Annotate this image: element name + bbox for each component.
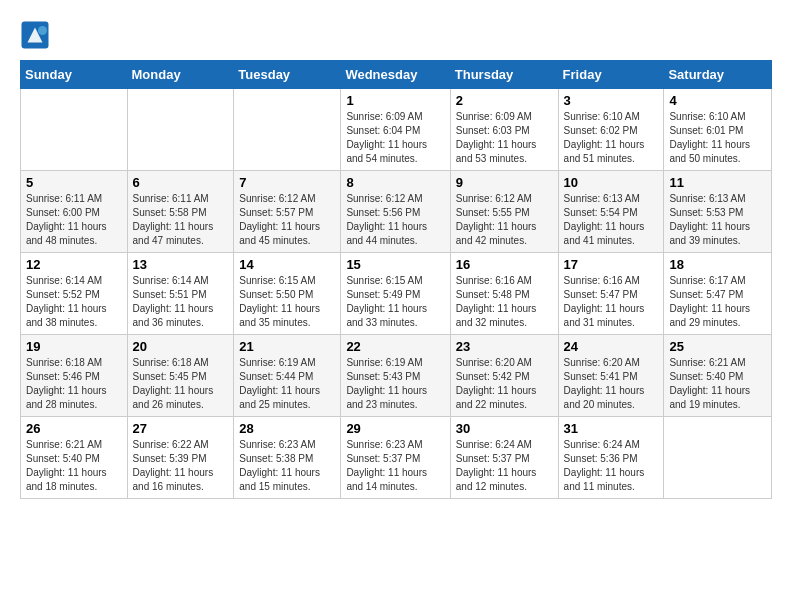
day-number: 28: [239, 421, 335, 436]
day-cell: 4Sunrise: 6:10 AM Sunset: 6:01 PM Daylig…: [664, 89, 772, 171]
day-cell: 27Sunrise: 6:22 AM Sunset: 5:39 PM Dayli…: [127, 417, 234, 499]
day-info: Sunrise: 6:20 AM Sunset: 5:41 PM Dayligh…: [564, 356, 659, 412]
day-info: Sunrise: 6:15 AM Sunset: 5:49 PM Dayligh…: [346, 274, 444, 330]
day-number: 16: [456, 257, 553, 272]
calendar-table: SundayMondayTuesdayWednesdayThursdayFrid…: [20, 60, 772, 499]
day-number: 19: [26, 339, 122, 354]
day-number: 11: [669, 175, 766, 190]
day-number: 4: [669, 93, 766, 108]
day-cell: 22Sunrise: 6:19 AM Sunset: 5:43 PM Dayli…: [341, 335, 450, 417]
day-info: Sunrise: 6:10 AM Sunset: 6:01 PM Dayligh…: [669, 110, 766, 166]
day-cell: 24Sunrise: 6:20 AM Sunset: 5:41 PM Dayli…: [558, 335, 664, 417]
day-cell: 15Sunrise: 6:15 AM Sunset: 5:49 PM Dayli…: [341, 253, 450, 335]
day-number: 10: [564, 175, 659, 190]
day-number: 2: [456, 93, 553, 108]
calendar-body: 1Sunrise: 6:09 AM Sunset: 6:04 PM Daylig…: [21, 89, 772, 499]
header-cell-monday: Monday: [127, 61, 234, 89]
day-number: 30: [456, 421, 553, 436]
day-number: 29: [346, 421, 444, 436]
calendar-header: SundayMondayTuesdayWednesdayThursdayFrid…: [21, 61, 772, 89]
day-number: 5: [26, 175, 122, 190]
day-info: Sunrise: 6:20 AM Sunset: 5:42 PM Dayligh…: [456, 356, 553, 412]
day-cell: [127, 89, 234, 171]
day-info: Sunrise: 6:23 AM Sunset: 5:37 PM Dayligh…: [346, 438, 444, 494]
day-info: Sunrise: 6:21 AM Sunset: 5:40 PM Dayligh…: [26, 438, 122, 494]
day-number: 1: [346, 93, 444, 108]
day-number: 14: [239, 257, 335, 272]
header-cell-tuesday: Tuesday: [234, 61, 341, 89]
day-cell: 7Sunrise: 6:12 AM Sunset: 5:57 PM Daylig…: [234, 171, 341, 253]
day-cell: [21, 89, 128, 171]
day-cell: 19Sunrise: 6:18 AM Sunset: 5:46 PM Dayli…: [21, 335, 128, 417]
day-cell: [234, 89, 341, 171]
header-cell-wednesday: Wednesday: [341, 61, 450, 89]
week-row-2: 5Sunrise: 6:11 AM Sunset: 6:00 PM Daylig…: [21, 171, 772, 253]
day-info: Sunrise: 6:13 AM Sunset: 5:54 PM Dayligh…: [564, 192, 659, 248]
day-number: 8: [346, 175, 444, 190]
day-info: Sunrise: 6:17 AM Sunset: 5:47 PM Dayligh…: [669, 274, 766, 330]
day-info: Sunrise: 6:11 AM Sunset: 6:00 PM Dayligh…: [26, 192, 122, 248]
day-cell: 16Sunrise: 6:16 AM Sunset: 5:48 PM Dayli…: [450, 253, 558, 335]
day-cell: 21Sunrise: 6:19 AM Sunset: 5:44 PM Dayli…: [234, 335, 341, 417]
day-cell: 18Sunrise: 6:17 AM Sunset: 5:47 PM Dayli…: [664, 253, 772, 335]
day-info: Sunrise: 6:12 AM Sunset: 5:56 PM Dayligh…: [346, 192, 444, 248]
week-row-3: 12Sunrise: 6:14 AM Sunset: 5:52 PM Dayli…: [21, 253, 772, 335]
day-number: 12: [26, 257, 122, 272]
day-number: 18: [669, 257, 766, 272]
week-row-1: 1Sunrise: 6:09 AM Sunset: 6:04 PM Daylig…: [21, 89, 772, 171]
svg-point-2: [38, 26, 47, 35]
day-info: Sunrise: 6:12 AM Sunset: 5:55 PM Dayligh…: [456, 192, 553, 248]
day-info: Sunrise: 6:24 AM Sunset: 5:37 PM Dayligh…: [456, 438, 553, 494]
header-cell-friday: Friday: [558, 61, 664, 89]
day-info: Sunrise: 6:21 AM Sunset: 5:40 PM Dayligh…: [669, 356, 766, 412]
day-cell: 26Sunrise: 6:21 AM Sunset: 5:40 PM Dayli…: [21, 417, 128, 499]
day-info: Sunrise: 6:09 AM Sunset: 6:04 PM Dayligh…: [346, 110, 444, 166]
logo: [20, 20, 52, 50]
day-number: 6: [133, 175, 229, 190]
day-number: 17: [564, 257, 659, 272]
day-cell: 17Sunrise: 6:16 AM Sunset: 5:47 PM Dayli…: [558, 253, 664, 335]
day-info: Sunrise: 6:16 AM Sunset: 5:47 PM Dayligh…: [564, 274, 659, 330]
day-number: 31: [564, 421, 659, 436]
header-row: SundayMondayTuesdayWednesdayThursdayFrid…: [21, 61, 772, 89]
day-cell: 2Sunrise: 6:09 AM Sunset: 6:03 PM Daylig…: [450, 89, 558, 171]
day-info: Sunrise: 6:19 AM Sunset: 5:43 PM Dayligh…: [346, 356, 444, 412]
day-cell: 8Sunrise: 6:12 AM Sunset: 5:56 PM Daylig…: [341, 171, 450, 253]
day-info: Sunrise: 6:09 AM Sunset: 6:03 PM Dayligh…: [456, 110, 553, 166]
day-number: 25: [669, 339, 766, 354]
day-cell: [664, 417, 772, 499]
day-cell: 11Sunrise: 6:13 AM Sunset: 5:53 PM Dayli…: [664, 171, 772, 253]
day-info: Sunrise: 6:16 AM Sunset: 5:48 PM Dayligh…: [456, 274, 553, 330]
header-cell-sunday: Sunday: [21, 61, 128, 89]
day-info: Sunrise: 6:13 AM Sunset: 5:53 PM Dayligh…: [669, 192, 766, 248]
day-cell: 10Sunrise: 6:13 AM Sunset: 5:54 PM Dayli…: [558, 171, 664, 253]
day-cell: 3Sunrise: 6:10 AM Sunset: 6:02 PM Daylig…: [558, 89, 664, 171]
day-info: Sunrise: 6:22 AM Sunset: 5:39 PM Dayligh…: [133, 438, 229, 494]
day-number: 27: [133, 421, 229, 436]
day-info: Sunrise: 6:14 AM Sunset: 5:52 PM Dayligh…: [26, 274, 122, 330]
day-number: 13: [133, 257, 229, 272]
week-row-4: 19Sunrise: 6:18 AM Sunset: 5:46 PM Dayli…: [21, 335, 772, 417]
day-info: Sunrise: 6:11 AM Sunset: 5:58 PM Dayligh…: [133, 192, 229, 248]
day-number: 23: [456, 339, 553, 354]
day-info: Sunrise: 6:24 AM Sunset: 5:36 PM Dayligh…: [564, 438, 659, 494]
day-cell: 1Sunrise: 6:09 AM Sunset: 6:04 PM Daylig…: [341, 89, 450, 171]
day-info: Sunrise: 6:18 AM Sunset: 5:45 PM Dayligh…: [133, 356, 229, 412]
day-number: 7: [239, 175, 335, 190]
day-cell: 13Sunrise: 6:14 AM Sunset: 5:51 PM Dayli…: [127, 253, 234, 335]
day-info: Sunrise: 6:12 AM Sunset: 5:57 PM Dayligh…: [239, 192, 335, 248]
day-cell: 14Sunrise: 6:15 AM Sunset: 5:50 PM Dayli…: [234, 253, 341, 335]
day-info: Sunrise: 6:23 AM Sunset: 5:38 PM Dayligh…: [239, 438, 335, 494]
day-cell: 25Sunrise: 6:21 AM Sunset: 5:40 PM Dayli…: [664, 335, 772, 417]
day-number: 26: [26, 421, 122, 436]
day-number: 15: [346, 257, 444, 272]
day-number: 20: [133, 339, 229, 354]
day-info: Sunrise: 6:14 AM Sunset: 5:51 PM Dayligh…: [133, 274, 229, 330]
day-info: Sunrise: 6:18 AM Sunset: 5:46 PM Dayligh…: [26, 356, 122, 412]
page-header: [20, 20, 772, 50]
day-number: 21: [239, 339, 335, 354]
day-cell: 31Sunrise: 6:24 AM Sunset: 5:36 PM Dayli…: [558, 417, 664, 499]
day-cell: 9Sunrise: 6:12 AM Sunset: 5:55 PM Daylig…: [450, 171, 558, 253]
logo-icon: [20, 20, 50, 50]
day-info: Sunrise: 6:10 AM Sunset: 6:02 PM Dayligh…: [564, 110, 659, 166]
